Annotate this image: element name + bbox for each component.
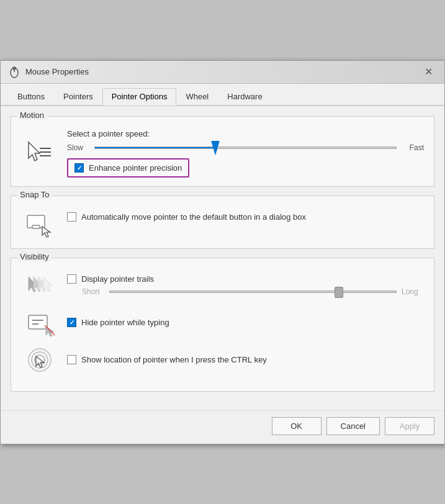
svg-rect-8 bbox=[32, 225, 40, 228]
precision-row[interactable]: Enhance pointer precision bbox=[67, 158, 189, 178]
snap-to-title: Snap To bbox=[17, 190, 52, 199]
apply-button[interactable]: Apply bbox=[385, 417, 434, 435]
speed-label: Select a pointer speed: bbox=[67, 129, 424, 138]
tab-pointer-options[interactable]: Pointer Options bbox=[102, 88, 177, 106]
hide-pointer-item: Hide pointer while typing bbox=[21, 308, 424, 338]
slow-label: Slow bbox=[67, 143, 89, 152]
tabs-bar: Buttons Pointers Pointer Options Wheel H… bbox=[1, 84, 444, 106]
buttons-row: OK Cancel Apply bbox=[1, 410, 444, 444]
trails-item: Display pointer trails Short Long bbox=[21, 271, 424, 300]
snap-to-section: Snap To Automatically move po bbox=[11, 196, 434, 249]
hide-pointer-label: Hide pointer while typing bbox=[81, 318, 169, 327]
motion-section: Motion Selec bbox=[11, 116, 434, 187]
fast-label: Fast bbox=[402, 143, 424, 152]
tab-buttons[interactable]: Buttons bbox=[8, 88, 54, 106]
snap-to-label: Automatically move pointer to the defaul… bbox=[81, 212, 306, 222]
speed-slider[interactable] bbox=[94, 146, 397, 149]
window-title: Mouse Properties bbox=[25, 67, 89, 76]
motion-icon bbox=[21, 138, 58, 168]
tab-wheel[interactable]: Wheel bbox=[176, 88, 218, 106]
show-location-icon bbox=[21, 345, 58, 375]
trails-label: Display pointer trails bbox=[81, 274, 154, 284]
trails-checkbox[interactable] bbox=[67, 274, 76, 284]
main-content: Motion Selec bbox=[1, 106, 444, 410]
title-bar: Mouse Properties ✕ bbox=[1, 61, 444, 84]
trails-slider[interactable] bbox=[109, 290, 397, 293]
show-location-checkbox[interactable] bbox=[67, 355, 76, 364]
tab-hardware[interactable]: Hardware bbox=[218, 88, 271, 106]
tab-pointers[interactable]: Pointers bbox=[54, 88, 102, 106]
close-button[interactable]: ✕ bbox=[420, 66, 437, 78]
svg-rect-14 bbox=[29, 315, 47, 329]
svg-marker-3 bbox=[29, 142, 40, 161]
snap-to-checkbox[interactable] bbox=[67, 212, 76, 222]
svg-marker-22 bbox=[36, 356, 44, 367]
speed-slider-row: Slow Fast bbox=[67, 143, 424, 152]
mouse-properties-window: Mouse Properties ✕ Buttons Pointers Poin… bbox=[0, 60, 445, 444]
hide-pointer-checkbox[interactable] bbox=[67, 318, 76, 327]
ok-button[interactable]: OK bbox=[272, 417, 321, 435]
precision-checkbox[interactable] bbox=[74, 163, 84, 173]
visibility-section: Visibility bbox=[11, 258, 434, 392]
svg-marker-9 bbox=[42, 227, 50, 237]
long-label: Long bbox=[402, 287, 424, 296]
visibility-title: Visibility bbox=[17, 252, 52, 261]
cancel-button[interactable]: Cancel bbox=[326, 417, 380, 435]
short-label: Short bbox=[82, 287, 104, 296]
trails-icon bbox=[21, 271, 58, 300]
snap-icon bbox=[21, 209, 58, 240]
precision-label: Enhance pointer precision bbox=[89, 163, 182, 173]
motion-section-title: Motion bbox=[17, 110, 47, 120]
hide-pointer-icon bbox=[21, 308, 58, 338]
show-location-item: Show location of pointer when I press th… bbox=[21, 345, 424, 375]
window-icon bbox=[8, 66, 20, 78]
trails-slider-row: Short Long bbox=[82, 287, 424, 296]
show-location-label: Show location of pointer when I press th… bbox=[81, 355, 267, 364]
